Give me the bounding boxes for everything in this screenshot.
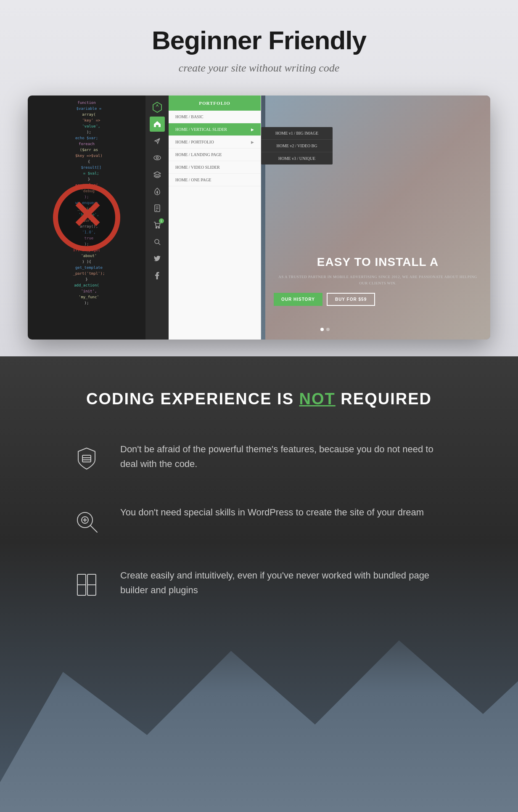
mockup-container: function $variable = array( 'key' => 'va… — [28, 96, 490, 340]
submenu-item-2[interactable]: HOME v2 / VIDEO BG — [261, 140, 333, 152]
feature-item-book: Create easily and intuitively, even if y… — [70, 568, 448, 602]
feature-description-3: Create easily and intuitively, even if y… — [120, 568, 448, 597]
sidebar-home-icon[interactable] — [150, 117, 165, 132]
code-panel: function $variable = array( 'key' => 'va… — [28, 96, 145, 340]
mountain-shape — [0, 609, 518, 812]
hero-title: EASY TO INSTALL A — [274, 255, 482, 269]
coding-title-highlight: NOT — [299, 390, 336, 408]
sidebar-cart-icon[interactable]: 1 — [150, 218, 165, 233]
dark-section: CODING EXPERIENCE IS NOT REQUIRED Don't … — [0, 356, 518, 812]
hero-buttons: OUR HISTORY BUY FOR $59 — [274, 293, 482, 306]
nav-item-one-page[interactable]: HOME / ONE PAGE — [169, 174, 261, 186]
nav-menu: PORTFOLIO HOME / BASIC HOME / VERTICAL S… — [169, 96, 261, 340]
nav-menu-header: PORTFOLIO — [169, 96, 261, 111]
nav-item-video-slider[interactable]: HOME / VIDEO SLIDER — [169, 161, 261, 174]
svg-line-14 — [90, 525, 97, 532]
submenu-item-1[interactable]: HOME v1 / BIG IMAGE — [261, 127, 333, 140]
submenu: HOME v1 / BIG IMAGE HOME v2 / VIDEO BG H… — [261, 127, 333, 165]
red-x-icon: ✕ — [71, 197, 103, 235]
svg-point-1 — [156, 157, 158, 159]
search-magnify-icon — [70, 505, 103, 539]
svg-point-6 — [156, 227, 157, 228]
feature-description-1: Don't be afraid of the powerful theme's … — [120, 442, 448, 471]
nav-item-portfolio[interactable]: HOME / PORTFOLIO ▶ — [169, 136, 261, 149]
buy-button[interactable]: BUY FOR $59 — [327, 293, 375, 306]
dot-1 — [320, 328, 324, 331]
sidebar-fire-icon[interactable] — [150, 184, 165, 199]
page-subtitle: create your site without writing code — [8, 62, 510, 74]
nav-item-label: HOME / VERTICAL SLIDER — [175, 127, 227, 132]
svg-point-8 — [155, 239, 159, 244]
sidebar-twitter-icon[interactable] — [150, 251, 165, 266]
nav-item-label: HOME / VIDEO SLIDER — [175, 165, 220, 170]
sidebar-page-icon[interactable] — [150, 201, 165, 216]
hero-content: EASY TO INSTALL A AS A TRUSTED PARTNER I… — [274, 255, 482, 306]
red-x-circle: ✕ — [53, 184, 120, 251]
hero-description: AS A TRUSTED PARTNER IN MOBILE ADVERTISI… — [274, 274, 482, 286]
mountain-bg — [0, 609, 518, 812]
sidebar-facebook-icon[interactable] — [150, 268, 165, 283]
svg-rect-10 — [82, 455, 91, 462]
svg-line-9 — [159, 243, 160, 245]
nav-item-label: HOME / ONE PAGE — [175, 178, 211, 182]
chevron-right-icon: ▶ — [251, 140, 254, 144]
nav-item-landing[interactable]: HOME / LANDING PAGE — [169, 149, 261, 161]
dot-2 — [326, 328, 330, 331]
hero-dots — [320, 328, 330, 331]
shield-icon — [70, 442, 103, 475]
feature-item-search: You don't need special skills in WordPre… — [70, 505, 448, 539]
mockup-wrapper: function $variable = array( 'key' => 'va… — [28, 96, 490, 340]
feature-text-search: You don't need special skills in WordPre… — [120, 505, 448, 520]
chevron-right-icon: ▶ — [251, 127, 254, 132]
cart-badge: 1 — [159, 218, 164, 223]
ui-sidebar: 1 — [145, 96, 169, 340]
feature-text-shield: Don't be afraid of the powerful theme's … — [120, 442, 448, 471]
ui-panel: EASY TO INSTALL A AS A TRUSTED PARTNER I… — [145, 96, 490, 340]
red-x-overlay: ✕ — [53, 184, 120, 251]
nav-item-label: HOME / PORTFOLIO — [175, 140, 214, 144]
coding-title-prefix: CODING EXPERIENCE IS — [86, 390, 299, 408]
sidebar-logo — [150, 100, 165, 115]
svg-point-0 — [154, 156, 161, 160]
page-title: Beginner Friendly — [8, 25, 510, 55]
nav-item-home-basic[interactable]: HOME / BASIC — [169, 111, 261, 123]
feature-item-shield: Don't be afraid of the powerful theme's … — [70, 442, 448, 475]
submenu-item-3[interactable]: HOME v3 / UNIQUE — [261, 152, 333, 165]
nav-item-label: HOME / LANDING PAGE — [175, 152, 222, 157]
our-history-button[interactable]: OUR HISTORY — [274, 293, 322, 306]
feature-description-2: You don't need special skills in WordPre… — [120, 505, 448, 520]
coding-title-suffix: REQUIRED — [336, 390, 432, 408]
features-list: Don't be afraid of the powerful theme's … — [70, 442, 448, 602]
sidebar-eyes-icon[interactable] — [150, 150, 165, 165]
feature-text-book: Create easily and intuitively, even if y… — [120, 568, 448, 597]
sidebar-search-icon[interactable] — [150, 234, 165, 249]
sidebar-send-icon[interactable] — [150, 133, 165, 149]
nav-item-label: HOME / BASIC — [175, 114, 204, 119]
coding-title: CODING EXPERIENCE IS NOT REQUIRED — [25, 390, 493, 408]
nav-item-vertical-slider[interactable]: HOME / VERTICAL SLIDER ▶ — [169, 123, 261, 136]
book-icon — [70, 568, 103, 602]
svg-point-7 — [158, 227, 159, 228]
top-section: Beginner Friendly create your site witho… — [0, 0, 518, 356]
sidebar-layers-icon[interactable] — [150, 167, 165, 182]
